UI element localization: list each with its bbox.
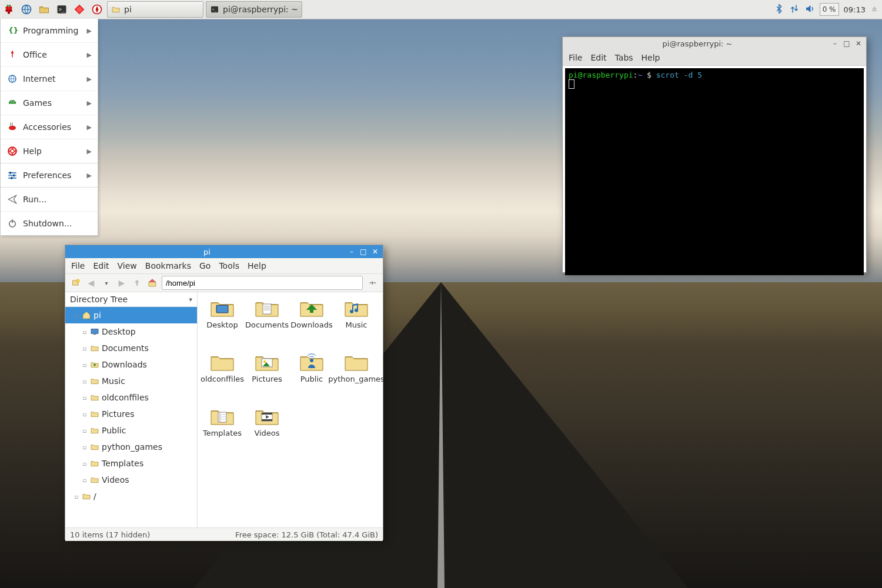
minimize-button[interactable]: – — [346, 247, 357, 256]
expand-icon[interactable]: ▫ — [82, 477, 88, 483]
tree-item-videos[interactable]: ▫Videos — [65, 472, 197, 488]
terminal-titlebar[interactable]: pi@raspberrypi: ~ – □ ✕ — [563, 37, 866, 50]
expand-icon[interactable]: ▫ — [82, 345, 88, 352]
folder-item-python_games[interactable]: python_games — [334, 352, 379, 403]
expand-icon[interactable]: ▫ — [82, 444, 88, 450]
nav-forward-button[interactable]: ▶ — [116, 277, 128, 289]
expand-icon[interactable]: ▫ — [82, 378, 88, 385]
menu-item-shutdown-[interactable]: Shutdown... — [1, 212, 98, 235]
menu-item-games[interactable]: Games▶ — [1, 91, 98, 115]
tree-item-templates[interactable]: ▫Templates — [65, 455, 197, 472]
folder-item-templates[interactable]: Templates — [200, 406, 245, 457]
tree-item-public[interactable]: ▫Public — [65, 422, 197, 439]
menu-item-label: Help — [23, 146, 42, 156]
tree-item-desktop[interactable]: ▫Desktop — [65, 323, 197, 340]
folder-item-public[interactable]: Public — [289, 352, 334, 403]
fm-menu-bookmarks[interactable]: Bookmarks — [145, 261, 191, 270]
chevron-right-icon: ▶ — [87, 27, 92, 35]
tree-item-root[interactable]: ▫ / — [65, 488, 197, 505]
raspberry-menu-icon[interactable] — [1, 2, 16, 17]
braces-icon: {} — [6, 25, 18, 36]
nav-back-button[interactable]: ◀ — [85, 277, 97, 289]
fm-menu-help[interactable]: Help — [248, 261, 266, 270]
tree-item-music[interactable]: ▫Music — [65, 373, 197, 389]
globe-icon — [6, 73, 18, 85]
desktop[interactable]: >_ pi >_ pi@raspberrypi: ~ — [0, 0, 882, 588]
expand-icon[interactable]: ▫ — [82, 395, 88, 401]
folder-item-oldconffiles[interactable]: oldconffiles — [200, 352, 245, 403]
menu-item-label: Programming — [23, 26, 78, 35]
volume-icon[interactable] — [804, 4, 815, 16]
menu-item-help[interactable]: Help▶ — [1, 139, 98, 163]
close-button[interactable]: ✕ — [370, 247, 380, 256]
web-browser-icon[interactable] — [19, 2, 34, 17]
menu-item-run-[interactable]: Run... — [1, 188, 98, 212]
expand-icon[interactable]: ▫ — [74, 493, 79, 500]
directory-tree-header[interactable]: Directory Tree ▾ — [65, 292, 197, 307]
maximize-button[interactable]: □ — [358, 247, 369, 256]
file-manager-launcher-icon[interactable] — [36, 2, 52, 17]
path-go-button[interactable] — [366, 277, 378, 289]
new-tab-button[interactable] — [70, 277, 82, 289]
folder-item-downloads[interactable]: Downloads — [289, 298, 334, 349]
wolfram-icon[interactable] — [89, 2, 105, 17]
folder-item-videos[interactable]: Videos — [245, 406, 289, 457]
clock[interactable]: 09:13 — [844, 5, 866, 14]
terminal-launcher-icon[interactable]: >_ — [54, 2, 69, 17]
fm-menu-view[interactable]: View — [118, 261, 137, 270]
fm-menu-edit[interactable]: Edit — [93, 261, 109, 270]
mathematica-icon[interactable] — [72, 2, 87, 17]
expand-icon[interactable]: ▫ — [82, 362, 88, 368]
term-menu-edit[interactable]: Edit — [590, 53, 606, 62]
svg-rect-35 — [12, 219, 13, 223]
expand-icon[interactable]: ▫ — [82, 427, 88, 434]
folder-label: Templates — [203, 429, 242, 437]
fm-menu-file[interactable]: File — [71, 261, 85, 270]
tree-item-downloads[interactable]: ▫Downloads — [65, 356, 197, 373]
menu-item-internet[interactable]: Internet▶ — [1, 67, 98, 91]
tree-item-home[interactable]: ▢ pi — [65, 307, 197, 323]
folder-icon-view[interactable]: DesktopDocumentsDownloadsMusicoldconffil… — [198, 292, 383, 527]
bluetooth-icon[interactable] — [774, 4, 784, 16]
tree-item-pictures[interactable]: ▫Pictures — [65, 406, 197, 422]
folder-item-documents[interactable]: Documents — [245, 298, 289, 349]
term-menu-tabs[interactable]: Tabs — [615, 53, 633, 62]
nav-home-button[interactable] — [146, 277, 158, 289]
folder-item-desktop[interactable]: Desktop — [200, 298, 245, 349]
term-menu-help[interactable]: Help — [642, 53, 660, 62]
menu-item-office[interactable]: Office▶ — [1, 43, 98, 67]
expand-icon[interactable]: ▫ — [82, 329, 88, 335]
expand-icon[interactable]: ▫ — [82, 411, 88, 417]
menu-item-accessories[interactable]: Accessories▶ — [1, 115, 98, 139]
tree-item-documents[interactable]: ▫Documents — [65, 340, 197, 356]
svg-point-4 — [9, 9, 12, 12]
folder-item-pictures[interactable]: Pictures — [245, 352, 289, 403]
menu-item-preferences[interactable]: Preferences▶ — [1, 163, 98, 187]
fm-menu-go[interactable]: Go — [199, 261, 211, 270]
cpu-usage[interactable]: 0 % — [820, 3, 839, 16]
system-tray: 0 % 09:13 — [774, 3, 882, 16]
file-manager-titlebar[interactable]: pi – □ ✕ — [65, 245, 383, 258]
nav-up-button[interactable] — [131, 277, 143, 289]
taskbar-button-terminal[interactable]: >_ pi@raspberrypi: ~ — [206, 1, 302, 18]
fm-menu-tools[interactable]: Tools — [219, 261, 239, 270]
folder-item-music[interactable]: Music — [334, 298, 379, 349]
svg-rect-19 — [9, 102, 10, 104]
eject-icon[interactable] — [870, 5, 878, 15]
close-button[interactable]: ✕ — [853, 39, 864, 48]
tree-item-python_games[interactable]: ▫python_games — [65, 439, 197, 455]
terminal-command: scrot -d 5 — [656, 71, 702, 79]
path-input[interactable] — [162, 276, 363, 290]
term-menu-file[interactable]: File — [569, 53, 582, 62]
maximize-button[interactable]: □ — [841, 39, 852, 48]
minimize-button[interactable]: – — [830, 39, 840, 48]
collapse-icon[interactable]: ▢ — [74, 312, 79, 319]
menu-item-programming[interactable]: {}Programming▶ — [1, 19, 98, 43]
network-icon[interactable] — [789, 4, 800, 16]
tree-item-oldconffiles[interactable]: ▫oldconffiles — [65, 389, 197, 406]
nav-history-button[interactable]: ▾ — [101, 277, 112, 289]
taskbar-button-file-manager[interactable]: pi — [107, 1, 203, 18]
folder-label: Downloads — [290, 320, 332, 329]
terminal-screen[interactable]: pi@raspberrypi:~ $ scrot -d 5 — [565, 68, 864, 275]
expand-icon[interactable]: ▫ — [82, 460, 88, 467]
